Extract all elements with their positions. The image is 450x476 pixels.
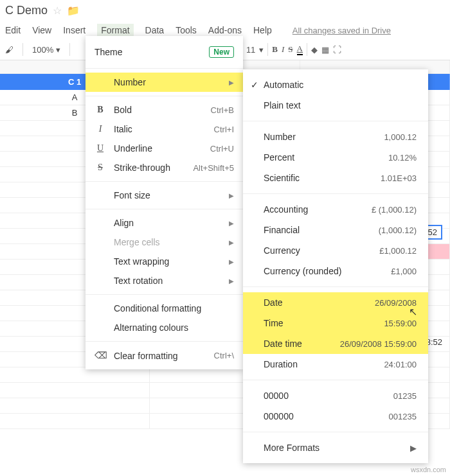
titlebar: C Demo ☆ 📁 bbox=[0, 0, 450, 21]
submenu-item-percent[interactable]: Percent10.12% bbox=[243, 147, 428, 168]
fill-color-icon[interactable]: ◆ bbox=[311, 45, 318, 55]
submenu-item-scientific[interactable]: Scientific1.01E+03 bbox=[243, 168, 428, 188]
star-icon[interactable]: ☆ bbox=[53, 4, 62, 17]
number-submenu: ✓Automatic Plain text Number1,000.12 Per… bbox=[243, 69, 428, 463]
menu-addons[interactable]: Add-ons bbox=[208, 25, 242, 35]
bold-button[interactable]: B bbox=[272, 44, 278, 55]
menu-format[interactable]: Format bbox=[97, 24, 133, 37]
chevron-right-icon: ▶ bbox=[229, 79, 234, 86]
strike-button[interactable]: S bbox=[288, 44, 292, 55]
format-menu: Theme New Number▶ BBoldCtrl+B IItalicCtr… bbox=[86, 36, 243, 369]
cell[interactable] bbox=[0, 414, 150, 429]
theme-label: Theme bbox=[94, 47, 123, 57]
menu-item-merge[interactable]: Merge cells▶ bbox=[86, 233, 243, 252]
submenu-item-time[interactable]: Time15:59:00 bbox=[243, 313, 428, 333]
submenu-item-00000[interactable]: 0000001235 bbox=[243, 385, 428, 406]
submenu-item-more-formats[interactable]: More Formats▶ bbox=[243, 437, 428, 458]
submenu-item-duration[interactable]: Duration24:01:00 bbox=[243, 354, 428, 375]
submenu-item-plain[interactable]: Plain text bbox=[243, 95, 428, 116]
check-icon: ✓ bbox=[251, 80, 264, 90]
menu-item-align[interactable]: Align▶ bbox=[86, 213, 243, 233]
paint-format-icon[interactable]: 🖌 bbox=[5, 45, 14, 55]
submenu-item-currency[interactable]: Currency£1,000.12 bbox=[243, 240, 428, 261]
menu-data[interactable]: Data bbox=[145, 25, 165, 35]
watermark: wsxdn.com bbox=[411, 466, 446, 473]
submenu-item-000000[interactable]: 000000001235 bbox=[243, 406, 428, 427]
fontsize-dropdown-icon[interactable]: ▾ bbox=[259, 45, 264, 55]
cell[interactable] bbox=[0, 383, 150, 398]
menu-view[interactable]: View bbox=[32, 25, 51, 35]
menu-item-wrap[interactable]: Text wrapping▶ bbox=[86, 252, 243, 271]
merge-icon[interactable]: ⛶ bbox=[333, 45, 341, 55]
text-color-button[interactable]: A bbox=[297, 44, 303, 55]
submenu-item-datetime[interactable]: Date time26/09/2008 15:59:00 bbox=[243, 333, 428, 354]
menu-item-fontsize[interactable]: Font size▶ bbox=[86, 186, 243, 205]
submenu-item-number[interactable]: Number1,000.12 bbox=[243, 127, 428, 147]
submenu-item-financial[interactable]: Financial(1,000.12) bbox=[243, 220, 428, 240]
save-status[interactable]: All changes saved in Drive bbox=[292, 26, 391, 35]
menu-item-number[interactable]: Number▶ bbox=[86, 73, 243, 92]
submenu-item-currency-rounded[interactable]: Currency (rounded)£1,000 bbox=[243, 261, 428, 281]
menu-item-strike[interactable]: SStrike-throughAlt+Shift+5 bbox=[86, 158, 243, 177]
borders-icon[interactable]: ▦ bbox=[321, 45, 329, 55]
fontsize-input[interactable]: 11 bbox=[246, 45, 255, 55]
menu-tools[interactable]: Tools bbox=[176, 25, 197, 35]
clear-format-icon: ⌫ bbox=[94, 350, 106, 361]
menu-edit[interactable]: Edit bbox=[5, 25, 21, 35]
menu-item-bold[interactable]: BBoldCtrl+B bbox=[86, 100, 243, 119]
italic-button[interactable]: I bbox=[282, 44, 284, 55]
menu-item-clear-formatting[interactable]: ⌫Clear formattingCtrl+\ bbox=[86, 346, 243, 366]
menu-item-italic[interactable]: IItalicCtrl+I bbox=[86, 119, 243, 139]
menu-insert[interactable]: Insert bbox=[63, 25, 86, 35]
menu-item-underline[interactable]: UUnderlineCtrl+U bbox=[86, 139, 243, 158]
doc-title[interactable]: C Demo bbox=[5, 4, 48, 17]
cell[interactable] bbox=[0, 367, 150, 383]
chevron-right-icon: ▶ bbox=[410, 443, 417, 453]
menu-item-rotation[interactable]: Text rotation▶ bbox=[86, 271, 243, 290]
folder-icon[interactable]: 📁 bbox=[67, 4, 80, 17]
menu-item-theme[interactable]: Theme New bbox=[86, 40, 243, 64]
submenu-item-accounting[interactable]: Accounting£ (1,000.12) bbox=[243, 199, 428, 220]
zoom-dropdown[interactable]: 100% ▾ bbox=[32, 45, 60, 55]
cell[interactable] bbox=[0, 398, 150, 414]
menu-item-alternating-colours[interactable]: Alternating colours bbox=[86, 318, 243, 337]
menu-help[interactable]: Help bbox=[253, 25, 272, 35]
submenu-item-date[interactable]: Date26/09/2008 bbox=[243, 292, 428, 313]
new-badge: New bbox=[209, 46, 234, 58]
submenu-item-automatic[interactable]: ✓Automatic bbox=[243, 75, 428, 95]
menu-item-conditional-formatting[interactable]: Conditional formatting bbox=[86, 299, 243, 318]
